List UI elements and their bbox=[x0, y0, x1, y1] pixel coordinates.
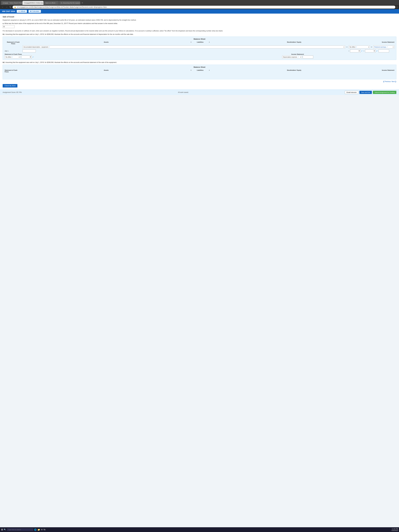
assets-col-header: Assets bbox=[23, 41, 190, 43]
assets-dropdown-arrow: ▾ bbox=[344, 46, 344, 48]
question-a-text: What was the book value of the equipment… bbox=[4, 23, 118, 24]
scf-input-check: ✓ bbox=[32, 56, 34, 58]
address-bar[interactable]: 🔒 v2.cengagenow.com/ilrn/takeAssignment/… bbox=[13, 6, 395, 9]
b2-income-header: Income Statement bbox=[379, 70, 394, 71]
income-stmt-section: Income Statement Depreciation expense ✓ … bbox=[201, 53, 394, 58]
taskbar-time: 11:56 PM bbox=[392, 528, 398, 530]
reload-button[interactable]: ↻ bbox=[9, 6, 12, 9]
app-header: HW Ch07 200A 📖 eBook 🖩 Calculator bbox=[0, 9, 399, 14]
tab-label: cengage - Yahoo Search Results bbox=[3, 2, 22, 4]
previous-button[interactable]: ❮ Previous bbox=[383, 81, 391, 82]
scf-input[interactable] bbox=[21, 56, 32, 58]
question-a-input[interactable] bbox=[3, 25, 14, 28]
submit-assignment-button[interactable]: Submit Assignment for Grading bbox=[373, 91, 396, 94]
no-effect-scf-check: ✓ bbox=[12, 56, 13, 58]
calculator-label: Calculator bbox=[32, 10, 39, 12]
tab-ebook[interactable]: Open an eBook ✕ bbox=[44, 1, 59, 5]
tab-label-active: CengageNOWv2 | Online teachin bbox=[24, 2, 44, 4]
plus-sign: + bbox=[209, 41, 210, 43]
app-title: HW Ch07 200A bbox=[2, 10, 15, 13]
july1-assets-input[interactable] bbox=[23, 50, 36, 52]
assignment-score: Assignment Score: 85.74% bbox=[3, 91, 22, 93]
b1-balance-sheet: Balance Sheet Statement of Cash Flows As… bbox=[3, 37, 396, 60]
depreciation-check: ✓ bbox=[298, 56, 299, 58]
no-effect-dropdown-1[interactable]: No effect ✓ ▾ bbox=[349, 45, 370, 48]
no-effect-scf-dropdown[interactable]: No effect ✓ ▾ bbox=[5, 56, 20, 58]
taskbar-search-input[interactable] bbox=[7, 528, 33, 531]
save-bar: Assignment Score: 85.74% All work saved.… bbox=[0, 90, 399, 95]
b2-plus: + bbox=[209, 70, 210, 71]
tab-label-b1: b1. Assuming that the equipme bbox=[61, 2, 80, 4]
scf-section: Statement of Cash Flows No effect ✓ ▾ ✓ bbox=[5, 53, 198, 58]
browser-frame: cengage - Yahoo Search Results ✕ Cengage… bbox=[0, 0, 399, 532]
back-button[interactable]: ← bbox=[1, 6, 4, 9]
start-button[interactable]: ⊞ bbox=[1, 528, 3, 531]
navigation-row: ❮ Previous Next ❯ bbox=[3, 81, 396, 82]
url-text: v2.cengagenow.com/ilrn/takeAssignment/ta… bbox=[17, 6, 107, 8]
check-work-row: Check My Work bbox=[3, 84, 396, 88]
taskbar-date: 4/29/2020 bbox=[392, 530, 398, 531]
bs-title-b2: Balance Sheet bbox=[5, 66, 394, 68]
section-title: Sale of Asset bbox=[3, 16, 396, 18]
problem-description: Equipment acquired on January 9, 20Y3, a… bbox=[3, 19, 396, 21]
save-exit-button[interactable]: Save and Exit bbox=[359, 91, 372, 94]
equity-input-check: ✓ bbox=[376, 50, 378, 52]
chevron-left-icon: ❮ bbox=[383, 81, 384, 82]
address-bar-row: ← → ↻ 🔒 v2.cengagenow.com/ilrn/takeAssig… bbox=[0, 5, 399, 9]
liabilities-col-header: Liabilities bbox=[192, 41, 208, 43]
bookmark-icon[interactable]: ☆ bbox=[396, 6, 398, 8]
assets-dropdown-value: Accumulated depreciation - equipment bbox=[24, 46, 48, 48]
retained-earnings-dropdown[interactable]: Retained earnings ✓ ▾ bbox=[373, 45, 394, 48]
taskbar-mail-icon[interactable]: ✉ bbox=[41, 528, 43, 531]
calculator-icon: 🖩 bbox=[30, 10, 32, 12]
tab-label-ebook: Open an eBook bbox=[45, 2, 55, 4]
b2-liabilities-header: Liabilities bbox=[192, 70, 208, 71]
search-icon: 🔍 bbox=[4, 529, 6, 531]
b2-balance-sheet: Balance Sheet Statement of Cash Flows As… bbox=[3, 65, 396, 79]
july1-income-input[interactable] bbox=[379, 50, 389, 52]
next-label: Next bbox=[392, 81, 395, 82]
july1-equity-input[interactable] bbox=[365, 50, 376, 52]
email-instructor-button[interactable]: Email Instructor bbox=[345, 91, 358, 94]
depreciation-arrow: ▾ bbox=[300, 56, 301, 58]
b2-equals: = bbox=[191, 70, 191, 71]
new-tab-button[interactable]: + bbox=[82, 2, 83, 4]
tab-bar: cengage - Yahoo Search Results ✕ Cengage… bbox=[0, 0, 399, 5]
taskbar-store-icon[interactable]: 🛍 bbox=[43, 528, 45, 531]
b2-scf-header: Statement of Cash Flows bbox=[5, 70, 22, 73]
retained-earnings-check: ✓ bbox=[386, 46, 388, 48]
taskbar-folder-icon[interactable]: 📁 bbox=[38, 528, 40, 531]
close-icon-ebook[interactable]: ✕ bbox=[56, 2, 57, 4]
check-my-work-button[interactable]: Check My Work bbox=[3, 84, 17, 88]
assets-dropdown[interactable]: Accumulated depreciation - equipment ✓ ▾ bbox=[23, 45, 345, 48]
depreciation-expense-dropdown[interactable]: Depreciation expense ✓ ▾ bbox=[282, 56, 302, 58]
question-a-label: a. What was the book value of the equipm… bbox=[3, 23, 396, 24]
ebook-label: eBook bbox=[21, 10, 25, 12]
tab-b1[interactable]: b1. Assuming that the equipme ✕ bbox=[59, 1, 80, 5]
taskbar-icons: 🌐 📁 ✉ 🛍 bbox=[34, 528, 45, 531]
b2-label: b2. Assuming that the equipment was sold… bbox=[3, 62, 396, 63]
tab-cengage[interactable]: cengage - Yahoo Search Results ✕ bbox=[1, 1, 22, 5]
b1-label: b1. Assuming that the equipment was sold… bbox=[3, 33, 396, 35]
taskbar: ⊞ 🔍 🌐 📁 ✉ 🛍 11:56 PM 4/29/2020 bbox=[0, 527, 399, 532]
july1-no-effect-input[interactable] bbox=[350, 50, 361, 52]
nav-arrows: ❮ Previous Next ❯ bbox=[383, 81, 396, 82]
tab-cengagenow[interactable]: CengageNOWv2 | Online teachin ✕ bbox=[22, 1, 44, 5]
next-button[interactable]: Next ❯ bbox=[392, 81, 396, 82]
july1-label: July 1. bbox=[5, 50, 9, 52]
depreciation-input[interactable] bbox=[303, 56, 313, 58]
bs-title-b1: Balance Sheet bbox=[5, 38, 394, 40]
calculator-button[interactable]: 🖩 Calculator bbox=[29, 10, 41, 13]
ebook-icon: 📖 bbox=[18, 10, 20, 12]
question-a-letter: a. bbox=[3, 23, 4, 24]
all-saved-text: All work saved. bbox=[22, 91, 345, 93]
b2-equity-header: Stockholders' Equity bbox=[210, 70, 378, 71]
no-effect-scf-value: No effect bbox=[6, 56, 11, 58]
ebook-button[interactable]: 📖 eBook bbox=[17, 10, 27, 13]
taskbar-right: 11:56 PM 4/29/2020 bbox=[392, 528, 398, 531]
forward-button[interactable]: → bbox=[5, 6, 8, 9]
chevron-right-icon: ❯ bbox=[395, 81, 396, 82]
equals-sign: = bbox=[191, 41, 191, 43]
taskbar-browser-icon[interactable]: 🌐 bbox=[34, 528, 37, 531]
previous-label: Previous bbox=[385, 81, 391, 82]
